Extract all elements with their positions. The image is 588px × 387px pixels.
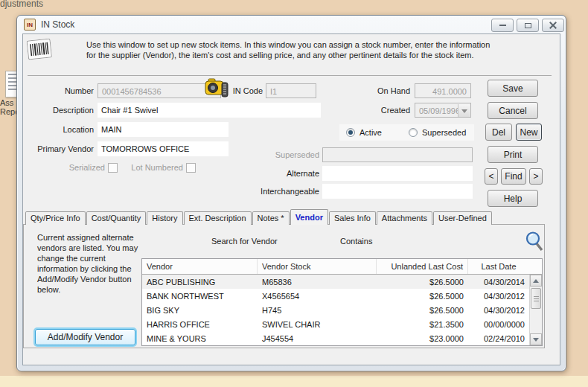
- cell-vendor: MINE & YOURS: [142, 334, 258, 343]
- minimize-button[interactable]: [491, 19, 514, 32]
- window-title: IN Stock: [41, 19, 74, 30]
- table-row[interactable]: BANK NORTHWEST X4565654 $26.5000 04/30/2…: [142, 289, 542, 303]
- tab-cost-quantity[interactable]: Cost/Quantity: [86, 211, 147, 225]
- primary-vendor-label: Primary Vendor: [17, 141, 94, 156]
- cell-cost: $21.3500: [377, 320, 468, 329]
- cell-vendor: BANK NORTHWEST: [142, 292, 258, 301]
- on-hand-label: On Hand: [337, 83, 410, 98]
- help-button[interactable]: Help: [488, 190, 538, 207]
- cell-vendor-stock: SWIVEL CHAIR: [258, 320, 377, 329]
- table-row[interactable]: HARRIS OFFICE SWIVEL CHAIR $21.3500 00/0…: [142, 317, 542, 331]
- arrow-up-icon: [533, 279, 539, 283]
- cell-vendor-stock: M65836: [258, 278, 377, 287]
- col-header-last-date[interactable]: Last Date: [468, 259, 529, 274]
- active-radio-label: Active: [359, 128, 382, 137]
- cell-vendor: BIG SKY: [142, 306, 258, 315]
- minimize-icon: [499, 25, 506, 26]
- search-for-vendor-label: Search for Vendor: [211, 237, 278, 246]
- separator: [28, 75, 552, 76]
- created-field[interactable]: 05/09/1996: [415, 103, 471, 118]
- location-field[interactable]: MAIN: [98, 122, 229, 137]
- cell-vendor: HARRIS OFFICE: [142, 320, 258, 329]
- description-field[interactable]: Chair #1 Swivel: [98, 103, 321, 118]
- table-row[interactable]: ABC PUBLISHING M65836 $26.5000 04/30/201…: [142, 275, 542, 289]
- status-radio-group: Active Superseded: [339, 124, 474, 141]
- on-hand-field[interactable]: 491.0000: [415, 83, 471, 98]
- cell-date: 04/30/2012: [468, 292, 529, 301]
- chevron-down-icon: [461, 109, 467, 113]
- maximize-icon: [525, 23, 531, 28]
- scroll-down-button[interactable]: [530, 333, 542, 345]
- number-field[interactable]: 0001456784536: [98, 83, 221, 98]
- table-row[interactable]: MINE & YOURS J454554 $23.0000 02/24/2010: [142, 331, 542, 345]
- background-text-adjustments: djustments: [0, 0, 43, 9]
- col-header-vendor[interactable]: Vendor: [142, 259, 258, 274]
- superseded-radio[interactable]: [409, 128, 418, 137]
- superseded-field[interactable]: [322, 147, 473, 162]
- titlebar[interactable]: IN IN Stock: [17, 16, 566, 33]
- find-prev-button[interactable]: <: [485, 168, 498, 185]
- serialized-checkbox[interactable]: [108, 163, 118, 173]
- col-header-unlanded-last-cost[interactable]: Unlanded Last Cost: [377, 259, 468, 274]
- created-label: Created: [337, 103, 410, 118]
- description-label: Description: [17, 103, 94, 118]
- cell-date: 02/24/2010: [468, 334, 529, 343]
- maximize-button[interactable]: [517, 19, 539, 32]
- number-label: Number: [17, 83, 94, 98]
- cell-cost: $26.5000: [377, 306, 468, 315]
- tab-vendor[interactable]: Vendor: [290, 209, 328, 225]
- tab-ext-description[interactable]: Ext. Description: [184, 211, 252, 225]
- created-value: 05/09/1996: [419, 106, 460, 115]
- cancel-button[interactable]: Cancel: [488, 102, 538, 119]
- created-dropdown-button[interactable]: [458, 104, 470, 118]
- close-button[interactable]: [542, 19, 564, 32]
- tab-user-defined[interactable]: User-Defined: [433, 211, 492, 225]
- cell-date: 00/00/0000: [468, 320, 529, 329]
- cell-cost: $23.0000: [377, 334, 468, 343]
- contains-label: Contains: [340, 237, 372, 246]
- table-scrollbar[interactable]: [529, 275, 542, 345]
- vendor-tab-panel: Current assigned alternate vendors are l…: [23, 224, 545, 348]
- in-stock-app-icon: IN: [24, 19, 36, 31]
- table-row[interactable]: BIG SKY H745 $26.5000 04/30/2012: [142, 303, 542, 317]
- cell-date: 04/30/2014: [468, 278, 529, 287]
- tab-sales-info[interactable]: Sales Info: [329, 211, 376, 225]
- vendor-table-header: Vendor Vendor Stock Unlanded Last Cost L…: [142, 259, 542, 275]
- vendor-instruction-text: Current assigned alternate vendors are l…: [37, 232, 138, 295]
- col-header-vendor-stock[interactable]: Vendor Stock: [258, 259, 377, 274]
- scroll-up-button[interactable]: [530, 275, 542, 287]
- cell-vendor-stock: X4565654: [258, 292, 377, 301]
- interchangeable-field[interactable]: [322, 184, 473, 199]
- close-icon: [549, 22, 557, 29]
- scrollbar-thumb[interactable]: [531, 288, 541, 309]
- save-button[interactable]: Save: [488, 80, 538, 97]
- superseded-field-label: Superseded: [240, 147, 319, 162]
- search-icon[interactable]: [525, 231, 544, 252]
- active-radio[interactable]: [346, 128, 355, 137]
- del-button[interactable]: Del: [485, 124, 512, 141]
- alternate-field[interactable]: [322, 166, 473, 181]
- alternate-label: Alternate: [240, 166, 319, 181]
- barcode-icon: [27, 38, 53, 63]
- primary-vendor-field[interactable]: TOMORROWS OFFICE: [98, 141, 229, 156]
- serialized-label: Serialized: [32, 160, 105, 175]
- in-code-label: IN Code: [226, 83, 263, 98]
- tab-attachments[interactable]: Attachments: [377, 211, 432, 225]
- cell-vendor: ABC PUBLISHING: [142, 278, 258, 287]
- cell-date: 04/30/2012: [468, 306, 529, 315]
- tab-bar: Qty/Price Info Cost/Quantity History Ext…: [25, 209, 493, 225]
- new-button[interactable]: New: [516, 124, 542, 141]
- interchangeable-label: Interchangeable: [226, 184, 319, 199]
- lot-numbered-checkbox[interactable]: [186, 163, 196, 173]
- in-code-field[interactable]: I1: [266, 83, 316, 98]
- tab-history[interactable]: History: [147, 211, 182, 225]
- arrow-down-icon: [533, 338, 539, 342]
- print-button[interactable]: Print: [488, 146, 538, 163]
- find-button[interactable]: Find: [501, 168, 526, 185]
- window-description: Use this window to set up new stock item…: [86, 40, 500, 60]
- find-next-button[interactable]: >: [529, 168, 543, 185]
- add-modify-vendor-button[interactable]: Add/Modify Vendor: [35, 329, 135, 345]
- cell-cost: $26.5000: [377, 278, 468, 287]
- tab-qty-price-info[interactable]: Qty/Price Info: [25, 211, 86, 225]
- tab-notes[interactable]: Notes *: [252, 211, 290, 225]
